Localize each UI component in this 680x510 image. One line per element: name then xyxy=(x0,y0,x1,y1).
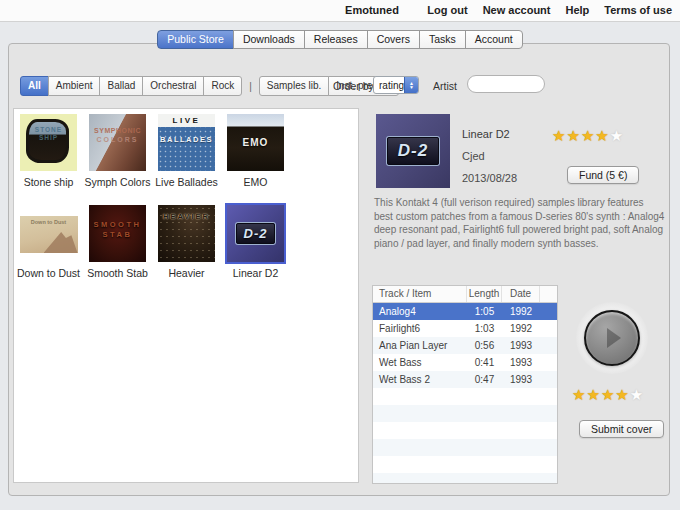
tab-tasks[interactable]: Tasks xyxy=(419,30,466,49)
track-length: 0:47 xyxy=(467,371,502,388)
track-table-body: Analog41:051992Fairlight61:031992Ana Pia… xyxy=(373,303,557,484)
detail-date: 2013/08/28 xyxy=(462,172,517,184)
play-button[interactable] xyxy=(584,310,640,366)
app-title: Emotuned xyxy=(345,4,399,16)
cover-art-ballades: LIVEBALLADES xyxy=(158,114,215,171)
cover-label: EMO xyxy=(244,176,268,188)
cover-art-symph: SYMPHONICCOLORS xyxy=(89,114,146,171)
track-name: Wet Bass 2 xyxy=(373,371,467,388)
tab-releases[interactable]: Releases xyxy=(304,30,368,49)
filter-orchestral[interactable]: Orchestral xyxy=(142,76,204,96)
cover-item-smooth-stab[interactable]: SMOOTHSTABSmooth Stab xyxy=(83,200,152,291)
track-name: Fairlight6 xyxy=(373,320,467,337)
cover-art-text: HEAVIER xyxy=(158,212,215,221)
cover-item-live-ballades[interactable]: LIVEBALLADESLive Ballades xyxy=(152,109,221,200)
submit-cover-button[interactable]: Submit cover xyxy=(579,420,664,438)
stepper-down-icon: ▼ xyxy=(409,85,414,90)
track-length: 0:41 xyxy=(467,354,502,371)
track-row-empty xyxy=(373,456,557,473)
artist-label: Artist xyxy=(433,80,457,92)
column-header-filler xyxy=(540,286,557,302)
track-row-empty xyxy=(373,473,557,484)
cover-item-heavier[interactable]: HEAVIERHeavier xyxy=(152,200,221,291)
track-length: 1:03 xyxy=(467,320,502,337)
star-full-icon[interactable]: ★ xyxy=(581,128,594,143)
star-full-icon[interactable]: ★ xyxy=(552,128,565,143)
tab-bar: Public StoreDownloadsReleasesCoversTasks… xyxy=(0,30,680,49)
cover-item-symph-colors[interactable]: SYMPHONICCOLORSSymph Colors xyxy=(83,109,152,200)
cover-art-stone: STONESHIP xyxy=(20,114,77,171)
filter-samples-lib[interactable]: Samples lib. xyxy=(259,76,329,96)
fund-button[interactable]: Fund (5 €) xyxy=(567,166,639,184)
star-full-icon[interactable]: ★ xyxy=(601,387,614,402)
cover-art-heavier: HEAVIER xyxy=(158,205,215,262)
filter-all[interactable]: All xyxy=(20,76,49,96)
filter-separator: | xyxy=(249,81,252,92)
column-header-length[interactable]: Length xyxy=(467,286,502,302)
cover-art-text: SYMPHONIC xyxy=(89,127,146,134)
detail-artist: Cjed xyxy=(462,150,485,162)
tab-downloads[interactable]: Downloads xyxy=(233,30,305,49)
help-link[interactable]: Help xyxy=(566,4,590,16)
track-row-analog4[interactable]: Analog41:051992 xyxy=(373,303,557,320)
detail-rating: ★★★★★ xyxy=(552,128,624,143)
detail-title: Linear D2 xyxy=(462,128,510,140)
cover-art-text: D-2 xyxy=(236,223,276,244)
track-filler xyxy=(540,320,557,337)
filter-ambient[interactable]: Ambient xyxy=(48,76,101,96)
cover-item-stone-ship[interactable]: STONESHIPStone ship xyxy=(14,109,83,200)
track-filler xyxy=(540,303,557,320)
star-empty-icon[interactable]: ★ xyxy=(610,128,623,143)
track-row-fairlight6[interactable]: Fairlight61:031992 xyxy=(373,320,557,337)
log-out-link[interactable]: Log out xyxy=(427,4,467,16)
column-header-date[interactable]: Date xyxy=(502,286,540,302)
star-full-icon[interactable]: ★ xyxy=(615,387,628,402)
track-date: 1993 xyxy=(502,337,540,354)
cover-label: Stone ship xyxy=(24,176,74,188)
cover-item-down-to-dust[interactable]: Down to DustDown to Dust xyxy=(14,200,83,291)
track-date: 1992 xyxy=(502,320,540,337)
track-date: 1993 xyxy=(502,371,540,388)
cover-art-text: LIVE xyxy=(158,116,215,125)
order-by-label: Order by xyxy=(333,80,374,92)
star-full-icon[interactable]: ★ xyxy=(586,387,599,402)
tab-account[interactable]: Account xyxy=(465,30,523,49)
track-table-header: Track / ItemLengthDate xyxy=(373,286,557,303)
filter-rock[interactable]: Rock xyxy=(203,76,242,96)
track-row-ana-pian-layer[interactable]: Ana Pian Layer0:561993 xyxy=(373,337,557,354)
star-full-icon[interactable]: ★ xyxy=(595,128,608,143)
order-by-select[interactable]: rating ▲ ▼ xyxy=(373,76,419,94)
player-rating: ★★★★★ xyxy=(572,387,644,402)
cover-label: Down to Dust xyxy=(17,267,80,279)
cover-art-text: STONE xyxy=(20,126,77,133)
track-length: 1:05 xyxy=(467,303,502,320)
track-row-wet-bass[interactable]: Wet Bass0:411993 xyxy=(373,354,557,371)
track-row-wet-bass-2[interactable]: Wet Bass 20:471993 xyxy=(373,371,557,388)
tab-covers[interactable]: Covers xyxy=(367,30,420,49)
play-icon xyxy=(607,328,621,348)
order-by-value: rating xyxy=(374,77,404,93)
cover-item-linear-d2[interactable]: D-2Linear D2 xyxy=(221,200,290,291)
filter-ballad[interactable]: Ballad xyxy=(99,76,143,96)
track-filler xyxy=(540,354,557,371)
cover-art-text: STAB xyxy=(89,230,146,239)
track-length: 0:56 xyxy=(467,337,502,354)
track-row-empty xyxy=(373,405,557,422)
cover-art-text: BALLADES xyxy=(158,135,215,144)
artist-input[interactable] xyxy=(467,75,545,93)
terms-of-use-link[interactable]: Terms of use xyxy=(604,4,672,16)
tab-public-store[interactable]: Public Store xyxy=(157,30,234,49)
cover-item-emo[interactable]: EMOEMO xyxy=(221,109,290,200)
track-row-empty xyxy=(373,422,557,439)
new-account-link[interactable]: New account xyxy=(483,4,551,16)
stepper-icon: ▲ ▼ xyxy=(404,77,418,93)
star-full-icon[interactable]: ★ xyxy=(566,128,579,143)
player-area xyxy=(576,302,648,374)
cover-label: Linear D2 xyxy=(233,267,279,279)
column-header-track-item[interactable]: Track / Item xyxy=(373,286,467,302)
track-filler xyxy=(540,371,557,388)
star-empty-icon[interactable]: ★ xyxy=(630,387,643,402)
genre-filter-group: AllAmbientBalladOrchestralRock xyxy=(20,76,242,96)
star-full-icon[interactable]: ★ xyxy=(572,387,585,402)
track-name: Wet Bass xyxy=(373,354,467,371)
